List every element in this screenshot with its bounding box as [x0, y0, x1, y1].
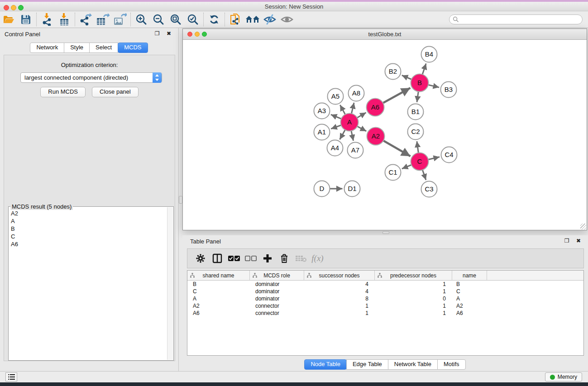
cell-predecessor-nodes[interactable]: 1 — [375, 288, 452, 295]
table-row[interactable]: Cdominator41C — [187, 288, 583, 295]
network-zoom-light[interactable] — [202, 32, 207, 37]
tab-network[interactable]: Network — [30, 43, 64, 53]
graph-node-C[interactable]: C — [411, 153, 429, 171]
cell-shared-name[interactable]: B — [187, 281, 250, 288]
deselect-all-icon[interactable] — [242, 251, 259, 266]
graph-node-B[interactable]: B — [411, 74, 429, 92]
graph-node-B4[interactable]: B4 — [421, 47, 437, 62]
graph-node-A8[interactable]: A8 — [349, 86, 364, 101]
panel-window-icons[interactable]: ❐ ✖ — [564, 238, 583, 244]
open-session-icon[interactable] — [0, 12, 17, 27]
add-row-icon[interactable] — [259, 251, 276, 266]
close-panel-button[interactable]: Close panel — [92, 87, 139, 97]
run-mcds-button[interactable]: Run MCDS — [40, 87, 86, 97]
criterion-dropdown[interactable]: largest connected component (directed) — [20, 72, 162, 83]
export-network-icon[interactable] — [77, 12, 94, 27]
zoom-in-icon[interactable] — [133, 12, 150, 27]
zoom-selected-icon[interactable] — [184, 12, 201, 27]
cell-predecessor-nodes[interactable]: 1 — [375, 281, 452, 288]
cell-name[interactable]: A — [452, 295, 487, 302]
tab-select[interactable]: Select — [89, 43, 118, 53]
import-table-icon[interactable] — [56, 12, 73, 27]
graph-node-C2[interactable]: C2 — [408, 124, 424, 140]
result-item[interactable]: C — [9, 233, 167, 240]
result-item[interactable]: B — [9, 225, 167, 233]
tab-style[interactable]: Style — [64, 43, 90, 53]
delete-table-icon[interactable] — [292, 251, 309, 266]
graph-node-B1[interactable]: B1 — [408, 104, 424, 120]
tab-edge-table[interactable]: Edge Table — [346, 359, 388, 370]
cell-MCDS-role[interactable]: dominator — [250, 288, 304, 295]
table-row[interactable]: Bdominator41B — [187, 281, 583, 288]
import-network-icon[interactable] — [38, 12, 56, 27]
window-resize-grip[interactable] — [580, 224, 586, 229]
graph-node-D[interactable]: D — [314, 181, 330, 197]
zoom-out-icon[interactable] — [150, 12, 167, 27]
cell-predecessor-nodes[interactable]: 0 — [375, 295, 452, 302]
graph-node-C3[interactable]: C3 — [421, 181, 437, 197]
graph-node-A1[interactable]: A1 — [314, 124, 330, 140]
tab-node-table[interactable]: Node Table — [304, 359, 347, 370]
table-settings-icon[interactable] — [192, 251, 209, 266]
graph-node-A6[interactable]: A6 — [367, 99, 384, 116]
cell-MCDS-role[interactable]: connector — [250, 310, 304, 317]
task-history-button[interactable] — [5, 372, 17, 381]
column-header-shared-name[interactable]: shared name — [187, 271, 250, 281]
show-columns-icon[interactable] — [209, 251, 225, 266]
column-header-predecessor-nodes[interactable]: predecessor nodes — [375, 271, 452, 281]
cell-predecessor-nodes[interactable]: 1 — [375, 302, 452, 310]
cell-shared-name[interactable]: A6 — [187, 310, 250, 317]
cell-successor-nodes[interactable]: 1 — [304, 302, 375, 310]
search-box[interactable] — [449, 14, 583, 24]
column-header-successor-nodes[interactable]: successor nodes — [304, 271, 375, 281]
graph-node-A[interactable]: A — [341, 114, 359, 131]
cell-shared-name[interactable]: A2 — [187, 302, 250, 310]
graph-node-C1[interactable]: C1 — [385, 165, 401, 181]
network-graph-canvas[interactable]: AA1A2A3A4A5A6A7A8BB1B2B3B4CC1C2C3C4DD1 — [183, 40, 587, 229]
result-item[interactable]: A6 — [9, 240, 167, 248]
horizontal-splitter-thumb[interactable] — [382, 231, 389, 234]
cell-MCDS-role[interactable]: connector — [250, 302, 304, 310]
cell-MCDS-role[interactable]: dominator — [250, 295, 304, 302]
graph-node-A7[interactable]: A7 — [348, 143, 363, 158]
hide-selected-icon[interactable] — [261, 12, 278, 27]
table-row[interactable]: A2connector11A2 — [187, 302, 583, 310]
cell-successor-nodes[interactable]: 4 — [304, 281, 375, 288]
graph-node-A3[interactable]: A3 — [314, 103, 330, 119]
save-session-icon[interactable] — [17, 12, 34, 27]
graph-node-D1[interactable]: D1 — [344, 181, 360, 197]
show-all-icon[interactable] — [278, 12, 296, 27]
zoom-fit-icon[interactable] — [167, 12, 184, 27]
tab-network-table[interactable]: Network Table — [388, 359, 438, 370]
graph-node-C4[interactable]: C4 — [441, 147, 457, 163]
graph-node-B3[interactable]: B3 — [441, 82, 457, 98]
cell-MCDS-role[interactable]: dominator — [250, 281, 304, 288]
minimize-traffic-light[interactable] — [11, 5, 16, 10]
export-table-icon[interactable] — [94, 12, 111, 27]
first-neighbors-icon[interactable] — [244, 12, 261, 27]
network-minimize-light[interactable] — [195, 32, 200, 37]
graph-node-A2[interactable]: A2 — [367, 128, 385, 145]
refresh-icon[interactable] — [206, 12, 223, 27]
memory-button[interactable]: Memory — [545, 372, 582, 381]
tab-mcds[interactable]: MCDS — [118, 43, 148, 53]
zoom-traffic-light[interactable] — [18, 5, 24, 10]
cell-successor-nodes[interactable]: 8 — [304, 295, 375, 302]
column-header-name[interactable]: name — [452, 271, 487, 281]
panel-window-icons[interactable]: ❐ ✖ — [155, 30, 174, 37]
graph-node-A4[interactable]: A4 — [327, 140, 343, 156]
result-item[interactable]: A — [9, 217, 167, 225]
duplicate-network-icon[interactable] — [227, 12, 244, 27]
table-row[interactable]: A6connector11A6 — [187, 310, 583, 317]
network-window-titlebar[interactable]: testGlobe.txt — [183, 29, 587, 40]
cell-predecessor-nodes[interactable]: 1 — [375, 310, 452, 317]
function-builder-icon[interactable]: f(x) — [309, 251, 326, 266]
cell-name[interactable]: B — [452, 281, 487, 288]
search-input[interactable] — [459, 15, 582, 24]
select-all-icon[interactable] — [225, 251, 242, 266]
cell-name[interactable]: C — [452, 288, 487, 295]
table-row[interactable]: Adominator80A — [187, 295, 583, 302]
result-scrollbar[interactable] — [167, 207, 173, 360]
close-traffic-light[interactable] — [4, 5, 9, 10]
network-close-light[interactable] — [187, 32, 192, 37]
